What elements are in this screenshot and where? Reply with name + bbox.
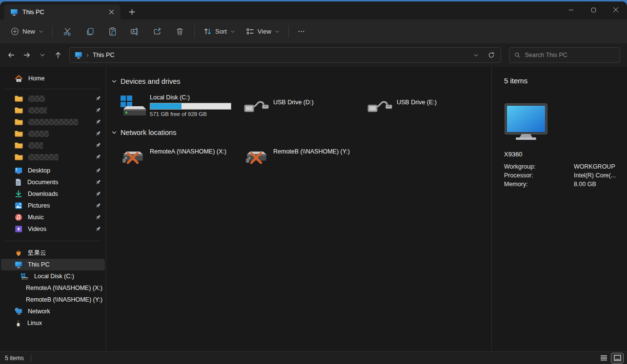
ellipsis-icon: [298, 28, 305, 35]
file-list-area: Devices and drives: [106, 67, 492, 351]
sidebar-item-label: RemoteB (\\NASHOME) (Y:): [26, 296, 102, 303]
sidebar-item-label: Local Disk (C:): [34, 273, 74, 280]
drive-name: USB Drive (E:): [397, 99, 437, 106]
share-button[interactable]: [146, 23, 168, 40]
sidebar-item-label: 坚果云: [28, 249, 46, 257]
breadcrumb-chevron-icon: [85, 53, 90, 57]
trash-icon: [175, 27, 184, 36]
cut-icon: [63, 27, 72, 36]
disk-usage-fill: [150, 103, 182, 109]
drive-tile-local-disk-c[interactable]: Local Disk (C:) 571 GB free of 928 GB: [117, 91, 241, 120]
section-devices-and-drives[interactable]: Devices and drives: [110, 76, 491, 87]
new-button[interactable]: New: [6, 23, 48, 39]
copy-button[interactable]: [79, 23, 101, 40]
delete-button[interactable]: [169, 23, 190, 40]
recent-locations-button[interactable]: [35, 48, 50, 62]
sidebar-item-label: Home: [28, 75, 44, 82]
forward-button[interactable]: [20, 48, 34, 62]
usb-drive-icon: [366, 93, 394, 118]
collapse-chevron-icon[interactable]: [111, 130, 117, 135]
back-button[interactable]: [4, 48, 19, 62]
sidebar-item-linux[interactable]: Linux: [1, 317, 105, 329]
status-bar: 5 items: [0, 351, 627, 364]
videos-icon: [15, 225, 22, 233]
pin-icon: [95, 202, 101, 209]
sidebar-item-music[interactable]: Music: [1, 211, 105, 223]
section-network-locations[interactable]: Network locations: [110, 127, 491, 138]
this-pc-icon: [15, 261, 22, 268]
computer-name: X9360: [504, 151, 627, 158]
sidebar-item-desktop[interactable]: Desktop: [1, 165, 105, 176]
status-separator: [31, 355, 31, 362]
property-row: Memory: 8.00 GB: [504, 180, 627, 189]
toolbar-separator: [194, 25, 195, 38]
sidebar-item-remote-b[interactable]: RemoteB (\\NASHOME) (Y:): [1, 294, 105, 306]
pin-icon: [95, 179, 101, 186]
toolbar-separator: [288, 25, 289, 38]
details-pane: 5 items X9360 Workgroup: WORKGROUP Proce…: [492, 67, 627, 351]
maximize-button[interactable]: [582, 1, 605, 18]
minimize-button[interactable]: [560, 1, 582, 18]
new-tab-button[interactable]: [124, 5, 139, 18]
rename-button[interactable]: A: [124, 23, 145, 40]
drive-tile-remote-b[interactable]: RemoteB (\\NASHOME) (Y:): [241, 142, 364, 170]
large-icons-view-button[interactable]: [611, 353, 623, 363]
drive-tile-remote-a[interactable]: RemoteA (\\NASHOME) (X:): [117, 142, 241, 170]
pin-icon: [95, 130, 101, 137]
address-bar[interactable]: This PC: [69, 47, 501, 63]
paste-button[interactable]: [101, 23, 123, 40]
search-box[interactable]: [509, 47, 620, 63]
sidebar-pinned-folder[interactable]: [1, 116, 105, 128]
tab-close-icon[interactable]: [106, 7, 117, 18]
redacted-folder-name: [28, 107, 47, 114]
address-row: This PC: [0, 43, 627, 67]
view-button[interactable]: View: [241, 23, 284, 39]
close-button[interactable]: [605, 1, 627, 18]
refresh-button[interactable]: [485, 49, 498, 61]
sidebar-pinned-folder[interactable]: [1, 104, 105, 116]
drive-name: RemoteB (\\NASHOME) (Y:): [273, 148, 350, 155]
sidebar-item-label: Desktop: [28, 167, 50, 174]
sidebar-item-remote-a[interactable]: RemoteA (\\NASHOME) (X:): [1, 282, 105, 294]
drive-tile-usb-d[interactable]: USB Drive (D:): [241, 91, 364, 120]
sort-button-label: Sort: [215, 28, 227, 35]
sidebar-item-pictures[interactable]: Pictures: [1, 200, 105, 211]
property-label: Processor:: [504, 171, 574, 180]
more-options-button[interactable]: [293, 23, 310, 40]
redacted-folder-name: [28, 154, 59, 160]
breadcrumb[interactable]: This PC: [93, 52, 466, 58]
drive-name: RemoteA (\\NASHOME) (X:): [150, 148, 226, 155]
chevron-down-icon: [39, 29, 43, 34]
up-button[interactable]: [51, 48, 65, 62]
tab-this-pc[interactable]: This PC: [4, 4, 121, 19]
folder-icon: [15, 107, 23, 114]
sidebar-item-this-pc[interactable]: This PC: [1, 259, 105, 270]
toolbar-separator: [52, 25, 53, 38]
sidebar-item-local-disk-c[interactable]: Local Disk (C:): [1, 270, 105, 282]
sidebar-item-documents[interactable]: Documents: [1, 176, 105, 188]
sidebar-pinned-folder[interactable]: [1, 128, 105, 139]
sidebar-item-network[interactable]: Network: [1, 306, 105, 317]
drive-name: USB Drive (D:): [273, 99, 314, 106]
details-view-button[interactable]: [598, 353, 609, 363]
tab-title: This PC: [22, 9, 101, 16]
sidebar-pinned-folder[interactable]: [1, 151, 105, 163]
this-pc-icon: [10, 8, 18, 16]
pin-icon: [95, 191, 101, 197]
sort-button[interactable]: Sort: [199, 23, 240, 39]
sidebar-item-home[interactable]: Home: [1, 72, 105, 85]
sidebar-pinned-folder[interactable]: [1, 93, 105, 104]
sidebar-item-videos[interactable]: Videos: [1, 223, 105, 235]
drive-tile-usb-e[interactable]: USB Drive (E:): [364, 91, 487, 120]
cut-button[interactable]: [57, 23, 78, 40]
sidebar-pinned-folder[interactable]: [1, 139, 105, 151]
view-icon: [246, 27, 254, 36]
search-input[interactable]: [525, 52, 615, 58]
collapse-chevron-icon[interactable]: [111, 78, 117, 84]
details-items-count: 5 items: [504, 77, 627, 85]
share-icon: [153, 27, 162, 36]
address-dropdown-icon[interactable]: [469, 49, 482, 61]
sidebar-item-nutstore[interactable]: 坚果云: [1, 247, 105, 259]
sidebar-item-downloads[interactable]: Downloads: [1, 188, 105, 200]
folder-icon: [15, 95, 23, 102]
